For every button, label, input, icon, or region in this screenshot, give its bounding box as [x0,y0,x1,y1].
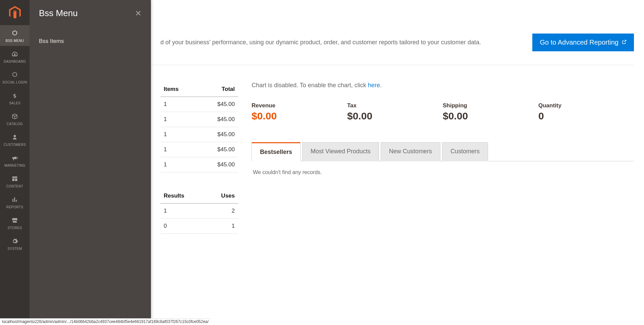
col-results: Results [160,188,205,204]
nav-content[interactable]: CONTENT [0,171,30,192]
stat-value: 0 [538,110,634,122]
table-row[interactable]: 12 [160,204,238,219]
nav-label: CUSTOMERS [4,143,26,147]
nav-label: SYSTEM [8,247,22,251]
hexagon-icon [11,30,18,37]
chart-msg-suffix: . [380,82,382,89]
nav-label: MARKETING [4,164,25,167]
admin-sidebar: BSS MENU DASHBOARD SOCIAL LOGIN SALES CA… [0,0,30,325]
col-total: Total [197,82,238,97]
nav-bss-menu[interactable]: BSS MENU [0,25,30,46]
nav-reports[interactable]: REPORTS [0,192,30,212]
gear-icon [11,237,18,245]
megaphone-icon [11,154,18,162]
table-row[interactable]: 1$45.00 [160,97,238,112]
stat-value: $0.00 [252,110,347,122]
chart-disabled-message: Chart is disabled. To enable the chart, … [252,82,634,89]
nav-stores[interactable]: STORES [0,212,30,233]
stats-row: Revenue $0.00 Tax $0.00 Shipping $0.00 Q… [252,102,634,122]
dashboard-tabs: Bestsellers Most Viewed Products New Cus… [252,142,634,161]
hexagon-icon [11,71,18,78]
nav-label: DASHBOARD [4,60,26,63]
nav-sales[interactable]: SALES [0,88,30,108]
stat-revenue: Revenue $0.00 [252,102,347,122]
table-row[interactable]: 1$45.00 [160,112,238,127]
stat-label: Shipping [443,102,538,109]
nav-label: REPORTS [6,205,23,209]
stat-label: Tax [347,102,443,109]
nav-items: BSS MENU DASHBOARD SOCIAL LOGIN SALES CA… [0,25,30,254]
table-header-row: Results Uses [160,188,238,204]
external-link-icon [622,40,627,46]
nav-label: STORES [8,226,22,230]
submenu-links: Bss Items [30,29,151,54]
layout-icon [11,175,18,182]
stat-label: Revenue [252,102,347,109]
nav-label: CONTENT [6,184,23,188]
orders-table: Items Total 1$45.00 1$45.00 1$45.00 1$45… [160,82,238,172]
admin-logo[interactable] [0,0,30,25]
tab-most-viewed-products[interactable]: Most Viewed Products [302,142,379,161]
chart-msg-prefix: Chart is disabled. To enable the chart, … [252,82,368,89]
close-icon[interactable]: ✕ [135,9,142,18]
submenu-link-bss-items[interactable]: Bss Items [39,35,142,47]
nav-catalog[interactable]: CATALOG [0,108,30,129]
nav-customers[interactable]: CUSTOMERS [0,129,30,150]
nav-dashboard[interactable]: DASHBOARD [0,46,30,67]
box-icon [11,113,18,120]
tab-customers[interactable]: Customers [442,142,488,161]
storefront-icon [11,217,18,224]
bars-icon [11,196,18,203]
dollar-icon [11,92,18,99]
person-icon [11,133,18,141]
submenu-header: Bss Menu ✕ [30,0,151,29]
chart-enable-link[interactable]: here [368,82,380,89]
submenu-panel: Bss Menu ✕ Bss Items [30,0,151,325]
tab-new-customers[interactable]: New Customers [381,142,440,161]
table-header-row: Items Total [160,82,238,97]
table-row[interactable]: 1$45.00 [160,157,238,172]
table-row[interactable]: 1$45.00 [160,142,238,157]
nav-system[interactable]: SYSTEM [0,233,30,254]
nav-social-login[interactable]: SOCIAL LOGIN [0,67,30,88]
stat-tax: Tax $0.00 [347,102,443,122]
nav-label: BSS MENU [6,39,24,43]
search-terms-table: Results Uses 12 01 [160,188,238,234]
gauge-icon [11,50,18,58]
tab-content: We couldn't find any records. [252,161,634,183]
empty-records-message: We couldn't find any records. [253,169,322,175]
stat-label: Quantity [538,102,634,109]
button-label: Go to Advanced Reporting [540,39,619,46]
go-to-advanced-reporting-button[interactable]: Go to Advanced Reporting [532,34,634,51]
right-column: Chart is disabled. To enable the chart, … [252,82,634,234]
magento-logo-icon [9,6,21,19]
col-items: Items [160,82,197,97]
nav-label: CATALOG [7,122,23,126]
tab-bestsellers[interactable]: Bestsellers [252,142,301,161]
table-row[interactable]: 1$45.00 [160,127,238,142]
browser-statusbar: localhost/magento226/admin/admin/.../14b… [0,318,211,325]
nav-marketing[interactable]: MARKETING [0,150,30,171]
nav-label: SOCIAL LOGIN [2,80,27,84]
table-row[interactable]: 01 [160,219,238,234]
stat-value: $0.00 [347,110,443,122]
stat-shipping: Shipping $0.00 [443,102,538,122]
nav-label: SALES [9,101,20,105]
submenu-title: Bss Menu [39,8,78,18]
col-uses: Uses [205,188,238,204]
stat-value: $0.00 [443,110,538,122]
stat-quantity: Quantity 0 [538,102,634,122]
